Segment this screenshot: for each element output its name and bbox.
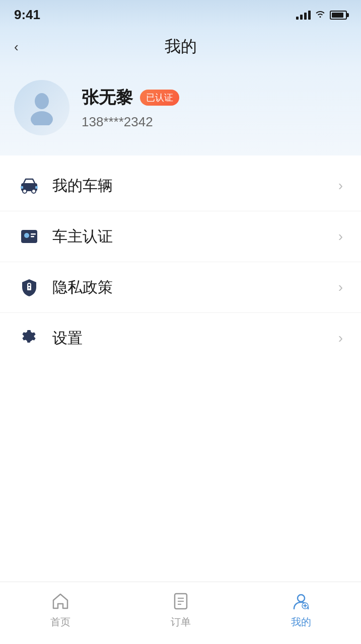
svg-point-4 <box>32 189 36 193</box>
tab-home-label: 首页 <box>50 615 70 629</box>
page-title: 我的 <box>165 36 197 58</box>
svg-rect-9 <box>31 233 36 235</box>
chevron-right-icon: › <box>338 228 343 245</box>
car-icon <box>18 175 40 197</box>
header: ‹ 我的 <box>0 28 361 68</box>
menu-item-owner-cert[interactable]: 车主认证 › <box>0 211 361 262</box>
menu-label-owner-cert: 车主认证 <box>52 226 338 247</box>
menu-item-vehicle[interactable]: 我的车辆 › <box>0 160 361 211</box>
tab-orders-label: 订单 <box>171 615 191 629</box>
verified-badge: 已认证 <box>140 90 179 106</box>
profile-name-row: 张无黎 已认证 <box>82 86 179 109</box>
id-card-icon <box>18 225 40 248</box>
order-icon <box>170 590 192 612</box>
profile-section: 张无黎 已认证 138****2342 <box>0 68 361 155</box>
menu-label-privacy: 隐私政策 <box>52 277 338 298</box>
wifi-icon <box>315 9 326 21</box>
profile-info: 张无黎 已认证 138****2342 <box>82 86 179 130</box>
battery-icon <box>330 11 347 20</box>
tab-mine[interactable]: 我的 <box>241 590 361 629</box>
profile-phone: 138****2342 <box>82 114 179 130</box>
chevron-right-icon: › <box>338 279 343 295</box>
menu-item-privacy[interactable]: 隐私政策 › <box>0 262 361 313</box>
svg-point-0 <box>35 93 49 109</box>
chevron-right-icon: › <box>338 330 343 346</box>
svg-rect-6 <box>35 186 38 189</box>
menu-label-vehicle: 我的车辆 <box>52 176 338 196</box>
menu-item-settings[interactable]: 设置 › <box>0 313 361 363</box>
tab-orders[interactable]: 订单 <box>120 590 241 629</box>
status-bar: 9:41 <box>0 0 361 28</box>
svg-point-12 <box>29 287 30 289</box>
back-button[interactable]: ‹ <box>14 39 19 55</box>
svg-point-8 <box>24 233 29 238</box>
signal-icon <box>296 11 311 20</box>
tab-home[interactable]: 首页 <box>0 590 120 629</box>
shield-icon <box>18 276 40 298</box>
home-icon <box>49 590 71 612</box>
svg-point-3 <box>23 189 27 193</box>
svg-point-17 <box>298 595 305 602</box>
person-icon <box>290 590 312 612</box>
tab-bar: 首页 订单 我的 <box>0 582 361 644</box>
tab-mine-label: 我的 <box>291 615 311 629</box>
status-time: 9:41 <box>14 7 40 23</box>
svg-rect-10 <box>31 236 34 237</box>
chevron-right-icon: › <box>338 178 343 194</box>
avatar[interactable] <box>14 80 69 135</box>
profile-name: 张无黎 <box>82 86 133 109</box>
svg-rect-5 <box>21 186 23 189</box>
menu-section: 我的车辆 › 车主认证 › 隐私政策 › <box>0 155 361 475</box>
menu-label-settings: 设置 <box>52 328 338 349</box>
gear-icon <box>18 327 40 349</box>
status-icons <box>296 9 347 21</box>
svg-point-1 <box>31 111 53 125</box>
content-spacer <box>0 475 361 582</box>
